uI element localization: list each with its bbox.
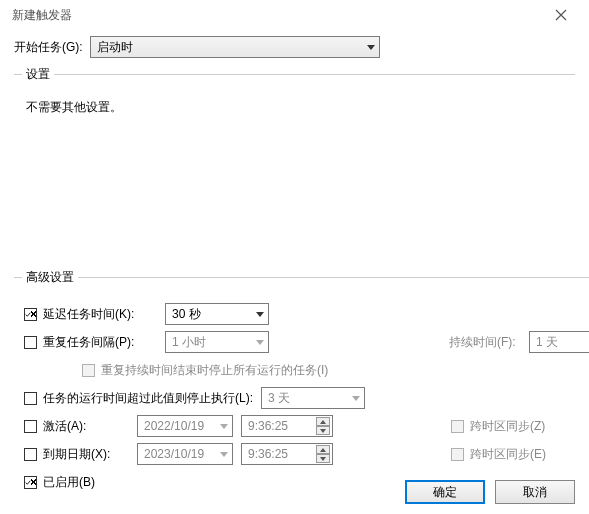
activate-label: 激活(A): <box>43 418 137 435</box>
expire-date-field[interactable]: 2023/10/19 <box>137 443 233 465</box>
repeat-label: 重复任务间隔(P): <box>43 334 165 351</box>
enabled-checkbox[interactable] <box>24 476 37 489</box>
activate-date-value: 2022/10/19 <box>144 419 204 433</box>
stop-after-value: 3 天 <box>268 390 290 407</box>
settings-group: 设置 不需要其他设置。 <box>14 66 575 261</box>
stop-after-checkbox[interactable] <box>24 392 37 405</box>
chevron-down-icon <box>256 312 264 317</box>
ok-button[interactable]: 确定 <box>405 480 485 504</box>
repeat-duration-value: 1 天 <box>536 334 558 351</box>
close-button[interactable] <box>541 1 581 29</box>
repeat-duration-combo[interactable]: 1 天 <box>529 331 589 353</box>
activate-checkbox[interactable] <box>24 420 37 433</box>
settings-text: 不需要其他设置。 <box>26 99 571 116</box>
begin-task-value: 启动时 <box>97 39 133 56</box>
stop-repeat-label: 重复持续时间结束时停止所有运行的任务(I) <box>101 362 328 379</box>
repeat-duration-label: 持续时间(F): <box>449 334 529 351</box>
stop-after-label: 任务的运行时间超过此值则停止执行(L): <box>43 390 253 407</box>
chevron-down-icon <box>352 396 360 401</box>
ok-button-label: 确定 <box>433 484 457 501</box>
activate-date-field[interactable]: 2022/10/19 <box>137 415 233 437</box>
activate-sync-checkbox <box>451 420 464 433</box>
spinner-icon[interactable] <box>316 417 330 435</box>
chevron-down-icon <box>220 452 228 457</box>
title-bar: 新建触发器 <box>0 0 589 30</box>
stop-repeat-checkbox <box>82 364 95 377</box>
enabled-label: 已启用(B) <box>43 474 95 491</box>
advanced-group: 高级设置 延迟任务时间(K): 30 秒 重复任务间隔(P): 1 小时 持续时… <box>14 269 589 498</box>
delay-checkbox[interactable] <box>24 308 37 321</box>
delay-label: 延迟任务时间(K): <box>43 306 165 323</box>
expire-time-value: 9:36:25 <box>248 447 288 461</box>
expire-sync-checkbox <box>451 448 464 461</box>
advanced-legend: 高级设置 <box>22 269 78 286</box>
close-icon <box>555 9 567 21</box>
chevron-down-icon <box>256 340 264 345</box>
repeat-checkbox[interactable] <box>24 336 37 349</box>
stop-after-combo[interactable]: 3 天 <box>261 387 365 409</box>
expire-date-value: 2023/10/19 <box>144 447 204 461</box>
repeat-interval-value: 1 小时 <box>172 334 206 351</box>
chevron-down-icon <box>220 424 228 429</box>
repeat-interval-combo[interactable]: 1 小时 <box>165 331 269 353</box>
settings-legend: 设置 <box>22 66 54 83</box>
expire-time-field[interactable]: 9:36:25 <box>241 443 333 465</box>
chevron-down-icon <box>367 45 375 50</box>
delay-value: 30 秒 <box>172 306 201 323</box>
begin-task-combo[interactable]: 启动时 <box>90 36 380 58</box>
cancel-button-label: 取消 <box>523 484 547 501</box>
activate-sync-label: 跨时区同步(Z) <box>470 418 545 435</box>
cancel-button[interactable]: 取消 <box>495 480 575 504</box>
begin-task-label: 开始任务(G): <box>14 39 90 56</box>
spinner-icon[interactable] <box>316 445 330 463</box>
expire-sync-label: 跨时区同步(E) <box>470 446 546 463</box>
expire-label: 到期日期(X): <box>43 446 137 463</box>
expire-checkbox[interactable] <box>24 448 37 461</box>
activate-time-value: 9:36:25 <box>248 419 288 433</box>
window-title: 新建触发器 <box>8 7 541 24</box>
delay-combo[interactable]: 30 秒 <box>165 303 269 325</box>
activate-time-field[interactable]: 9:36:25 <box>241 415 333 437</box>
